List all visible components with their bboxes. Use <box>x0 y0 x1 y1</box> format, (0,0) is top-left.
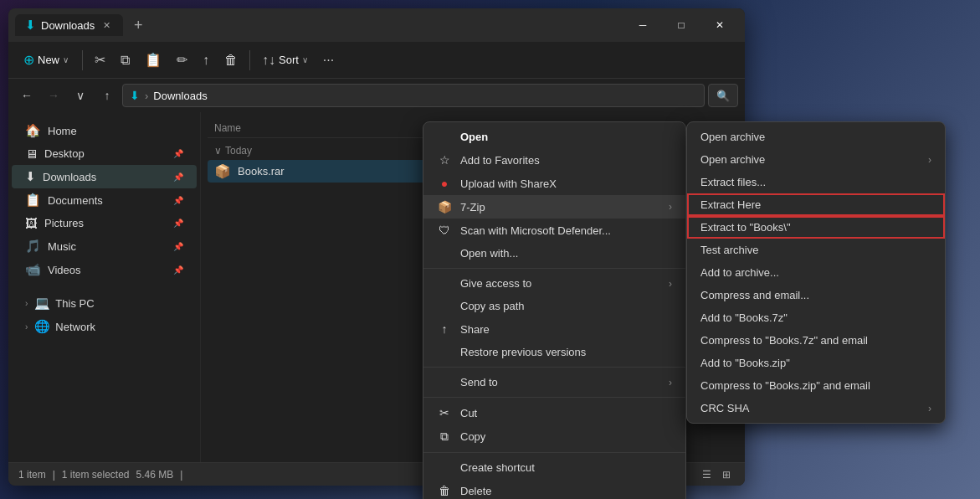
desktop-pin-icon: 📌 <box>173 149 183 158</box>
new-icon: ⊕ <box>23 52 34 68</box>
recent-button[interactable]: ∨ <box>69 84 92 107</box>
sort-button[interactable]: ↑↓ Sort ∨ <box>255 49 315 72</box>
sidebar-item-downloads[interactable]: ⬇ Downloads 📌 <box>12 165 197 188</box>
cm-share[interactable]: ↑ Share <box>423 317 685 341</box>
cm-sharex-icon: ● <box>437 177 452 190</box>
sm-add-archive[interactable]: Add to archive... <box>687 261 945 284</box>
cm-restore-left: Restore previous versions <box>437 346 586 358</box>
close-button[interactable]: ✕ <box>701 12 738 39</box>
sm-crc-sha[interactable]: CRC SHA › <box>687 397 945 419</box>
sidebar-thispc-header[interactable]: › 💻 This PC <box>12 291 197 315</box>
new-button[interactable]: ⊕ New ∨ <box>15 48 77 72</box>
sidebar-desktop-label: Desktop <box>44 147 85 160</box>
documents-icon: 📋 <box>25 193 41 208</box>
sm-compress-email[interactable]: Compress and email... <box>687 284 945 306</box>
sm-test-archive[interactable]: Test archive <box>687 239 945 261</box>
cm-scan-defender[interactable]: 🛡 Scan with Microsoft Defender... <box>423 219 685 242</box>
sidebar-item-videos[interactable]: 📹 Videos 📌 <box>12 258 197 281</box>
tab-downloads[interactable]: ⬇ Downloads ✕ <box>15 14 123 36</box>
cm-access-arrow-icon: › <box>669 278 672 290</box>
cm-cut[interactable]: ✂ Cut <box>423 401 685 424</box>
new-chevron-icon: ∨ <box>63 55 69 64</box>
sidebar-item-desktop[interactable]: 🖥 Desktop 📌 <box>12 142 197 165</box>
back-button[interactable]: ← <box>15 84 38 107</box>
paste-icon: 📋 <box>145 52 162 68</box>
copy-button[interactable]: ⧉ <box>114 49 136 72</box>
status-sep-1: | <box>53 469 55 481</box>
more-button[interactable]: ··· <box>316 49 341 72</box>
paste-button[interactable]: 📋 <box>138 48 168 72</box>
cm-openwith-left: Open with... <box>437 247 518 260</box>
forward-button[interactable]: → <box>42 84 65 107</box>
cm-upload-sharex[interactable]: ● Upload with ShareX <box>423 172 685 195</box>
cm-give-access[interactable]: Give access to › <box>423 272 685 295</box>
sidebar-network-header[interactable]: › 🌐 Network <box>12 315 197 338</box>
cm-access-left: Give access to <box>437 277 531 290</box>
downloads-icon: ⬇ <box>25 169 36 184</box>
sm-extract-files[interactable]: Extract files... <box>687 171 945 193</box>
sidebar-videos-label: Videos <box>48 264 81 276</box>
cm-create-shortcut[interactable]: Create shortcut <box>423 456 685 479</box>
tab-close-button[interactable]: ✕ <box>100 18 113 32</box>
sm-open-archive2[interactable]: Open archive › <box>687 148 945 171</box>
toolbar-separator-2 <box>249 50 250 70</box>
sidebar-item-home[interactable]: 🏠 Home <box>12 119 197 142</box>
sm-compress-7z-email[interactable]: Compress to "Books.7z" and email <box>687 329 945 352</box>
share-button[interactable]: ↑ <box>196 49 216 72</box>
new-tab-button[interactable]: + <box>126 13 150 37</box>
cm-copy-icon: ⧉ <box>437 430 452 444</box>
list-view-button[interactable]: ☰ <box>698 466 715 483</box>
delete-button[interactable]: 🗑 <box>218 49 244 72</box>
minimize-button[interactable]: ─ <box>624 12 661 39</box>
view-buttons: ☰ ⊞ <box>698 466 735 483</box>
sm-open-archive[interactable]: Open archive <box>687 126 945 148</box>
sm-crc-sha-arrow-icon: › <box>928 403 931 414</box>
sm-add-archive-label: Add to archive... <box>700 266 779 279</box>
cm-open[interactable]: Open <box>423 126 685 148</box>
cm-7zip[interactable]: 📦 7-Zip › <box>423 195 685 219</box>
cm-cut-label: Cut <box>460 407 477 419</box>
tiles-view-button[interactable]: ⊞ <box>718 466 735 483</box>
address-bar[interactable]: ⬇ › Downloads <box>122 84 705 107</box>
cm-sendto-left: Send to <box>437 376 498 388</box>
sm-add-zip[interactable]: Add to "Books.zip" <box>687 352 945 374</box>
cm-add-favorites[interactable]: ☆ Add to Favorites <box>423 148 685 172</box>
rename-button[interactable]: ✏ <box>170 48 194 72</box>
cm-copy[interactable]: ⧉ Copy <box>423 424 685 449</box>
cm-copypath-left: Copy as path <box>437 300 525 312</box>
sm-compress-zip-email-label: Compress to "Books.zip" and email <box>700 379 870 392</box>
search-icon: 🔍 <box>716 90 730 102</box>
sm-add-7z[interactable]: Add to "Books.7z" <box>687 306 945 329</box>
search-box[interactable]: 🔍 <box>708 84 738 107</box>
cm-copy-path-label: Copy as path <box>460 300 525 312</box>
sm-extract-here-label: Extract Here <box>700 198 761 211</box>
cut-button[interactable]: ✂ <box>88 48 112 72</box>
documents-pin-icon: 📌 <box>173 196 183 205</box>
cm-send-to[interactable]: Send to › <box>423 371 685 394</box>
thispc-expand-icon: › <box>25 299 28 308</box>
addressbar: ← → ∨ ↑ ⬇ › Downloads 🔍 <box>8 79 745 112</box>
home-icon: 🏠 <box>25 123 41 138</box>
sidebar-item-music[interactable]: 🎵 Music 📌 <box>12 234 197 258</box>
cm-sharex-left: ● Upload with ShareX <box>437 177 557 190</box>
7zip-submenu: Open archive Open archive › Extract file… <box>686 121 946 424</box>
sm-extract-here[interactable]: Extract Here <box>687 193 945 216</box>
cm-openwith-label: Open with... <box>460 247 518 260</box>
rar-file-icon: 📦 <box>214 163 231 179</box>
maximize-button[interactable]: □ <box>663 12 700 39</box>
sm-extract-books[interactable]: Extract to "Books\" <box>687 216 945 239</box>
cm-delete[interactable]: 🗑 Delete <box>423 479 685 499</box>
sidebar-item-documents[interactable]: 📋 Documents 📌 <box>12 188 197 212</box>
sidebar-item-pictures[interactable]: 🖼 Pictures 📌 <box>12 212 197 234</box>
up-button[interactable]: ↑ <box>95 84 119 107</box>
sm-compress-zip-email[interactable]: Compress to "Books.zip" and email <box>687 374 945 397</box>
desktop-icon: 🖥 <box>25 147 38 161</box>
downloads-pin-icon: 📌 <box>173 172 183 182</box>
cm-copy-path[interactable]: Copy as path <box>423 295 685 317</box>
cm-restore[interactable]: Restore previous versions <box>423 341 685 363</box>
file-size: 5.46 MB <box>136 469 174 481</box>
cm-open-with[interactable]: Open with... <box>423 242 685 265</box>
music-pin-icon: 📌 <box>173 242 183 251</box>
delete-icon: 🗑 <box>224 53 238 68</box>
cm-sep-2 <box>423 367 685 368</box>
